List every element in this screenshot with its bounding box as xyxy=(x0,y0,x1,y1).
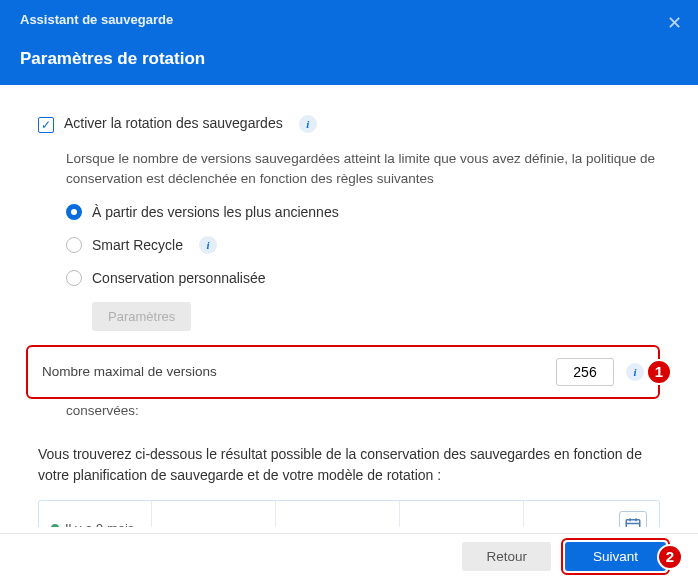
radio-smart-label: Smart Recycle xyxy=(92,237,183,253)
retention-radio-group: À partir des versions les plus anciennes… xyxy=(66,204,660,341)
radio-custom-label: Conservation personnalisée xyxy=(92,270,266,286)
max-versions-row: Nombre maximal de versions i 1 xyxy=(26,345,660,399)
info-icon[interactable]: i xyxy=(299,115,317,133)
next-button[interactable]: Suivant xyxy=(565,542,666,571)
page-title: Paramètres de rotation xyxy=(20,49,678,69)
radio-custom[interactable] xyxy=(66,270,82,286)
content-area: ✓ Activer la rotation des sauvegardes i … xyxy=(0,85,698,527)
enable-rotation-label: Activer la rotation des sauvegardes xyxy=(64,115,283,131)
calendar-button[interactable] xyxy=(619,511,647,528)
next-button-callout: Suivant 2 xyxy=(561,538,670,575)
info-icon[interactable]: i xyxy=(626,363,644,381)
max-versions-label: Nombre maximal de versions xyxy=(42,364,556,379)
max-versions-input[interactable] xyxy=(556,358,614,386)
check-icon: ✓ xyxy=(41,118,51,132)
info-icon[interactable]: i xyxy=(199,236,217,254)
marker-dot-icon xyxy=(51,524,59,527)
wizard-footer: Retour Suivant 2 xyxy=(0,533,698,579)
back-button[interactable]: Retour xyxy=(462,542,551,571)
custom-settings-button: Paramètres xyxy=(92,302,191,331)
rotation-description: Lorsque le nombre de versions sauvegardé… xyxy=(66,149,660,190)
preview-description: Vous trouverez ci-dessous le résultat po… xyxy=(38,444,660,486)
calendar-icon xyxy=(624,516,642,528)
conserved-label: conservées: xyxy=(66,403,660,418)
radio-oldest-first[interactable] xyxy=(66,204,82,220)
callout-badge-1: 1 xyxy=(646,359,672,385)
retention-timeline: Il y a 9 mois )) xyxy=(38,500,660,528)
radio-smart-recycle[interactable] xyxy=(66,237,82,253)
marker-label: Il y a 9 mois xyxy=(65,521,134,528)
radio-oldest-label: À partir des versions les plus anciennes xyxy=(92,204,339,220)
wizard-header: Assistant de sauvegarde ✕ Paramètres de … xyxy=(0,0,698,85)
timeline-marker: Il y a 9 mois xyxy=(51,521,134,528)
callout-badge-2: 2 xyxy=(657,544,683,570)
enable-rotation-checkbox[interactable]: ✓ xyxy=(38,117,54,133)
wizard-title: Assistant de sauvegarde xyxy=(20,12,678,27)
close-button[interactable]: ✕ xyxy=(667,12,682,34)
